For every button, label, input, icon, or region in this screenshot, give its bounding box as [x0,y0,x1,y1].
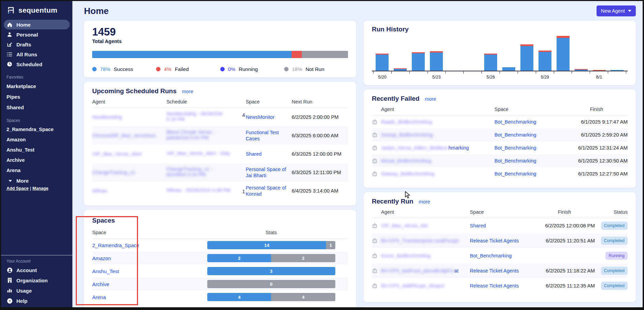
blurred-agent-name[interactable]: Mosat_BotBnchmrktng [381,158,431,164]
space-link[interactable]: Bot_Benchmarking [494,132,536,138]
blurred-agent-name[interactable]: VIP_Max_Versio_Alert [92,151,142,157]
space-cell: Release Ticket Agents [470,268,534,274]
agent-cell[interactable]: Nwsblockdrtg [92,114,166,120]
space-link[interactable]: Functional Test Cases [246,130,279,141]
space-link[interactable]: Bot_Benchmarking [494,119,536,125]
space-link[interactable]: Bot_Benchmarking [470,253,512,258]
new-agent-button[interactable]: New Agent [597,5,636,16]
sidebar-item-account[interactable]: Account [1,265,72,275]
status-badge: Completed [601,222,628,230]
run-row: BV-CPS_lastFssrt_pbcsdKrdpFcratRelease T… [372,263,628,278]
agent-cell[interactable]: ChangeTrackng_v1 [92,169,166,175]
axis-tick [391,71,409,74]
agent-cell[interactable]: Raadv_BotBnchmrktng [372,119,494,125]
blurred-agent-name[interactable]: Korse_BotBnchmrktng [381,253,431,258]
space-cell: Release Ticket Agents [470,238,534,244]
space-link[interactable]: Shared [470,223,486,228]
sequentum-logo-icon [6,6,15,15]
agent-cell[interactable]: BV-CPS_AddPbcqst_AKqsct [372,283,470,288]
space-link[interactable]: Bot_Benchmarking [494,145,536,151]
upcoming-more-link[interactable]: more [182,89,193,94]
space-link[interactable]: Personal Space of Jai Bharti [246,167,286,178]
space-cell: Functional Test Cases [246,129,292,142]
robot-icon [372,238,378,243]
space-link[interactable]: NewsMonitor [246,114,275,120]
sidebar-space-archive[interactable]: Archive [1,155,72,165]
space-stats-bar: 0 [207,280,335,288]
space-link[interactable]: Release Ticket Agents [470,268,519,273]
agent-cell[interactable]: VIP_Max_Versio_Alert [92,151,166,157]
blurred-agent-name[interactable]: Orangt_BotBnchmrktng [381,132,433,138]
blurred-agent-name[interactable]: Jaslyn_Hersa_Adbrn_BotBenc [381,145,448,151]
blurred-agent-name[interactable]: Chromed3P_Max_servchess [92,133,156,138]
legend-item-failed: 4%Failed [156,66,220,72]
sidebar-item-organization[interactable]: Organization [1,275,72,285]
stats-segment: 0 [207,280,335,288]
organization-icon [6,277,13,283]
sidebar-item-all-runs[interactable]: All Runs [4,50,70,59]
finish-time: 6/1/2025 12:27:50 AM [578,171,628,177]
space-link[interactable]: Amazon [92,255,207,261]
agent-cell[interactable]: Wfinas [92,188,166,194]
blurred-agent-name[interactable]: BV-CPS_Tmestamprise.sealPscqst [381,238,459,243]
sidebar-more-toggle[interactable]: More [1,175,72,185]
blurred-agent-name[interactable]: ChangeTrackng_v1 [92,170,135,175]
agent-cell[interactable]: BV-CPS_lastFssrt_pbcsdKrdpFcrat [372,268,470,273]
agent-cell[interactable]: BV-CPS_Tmestamprise.sealPscqst [372,238,470,243]
space-link[interactable]: Shared [246,151,262,157]
chart-bar-6/1 [593,70,606,71]
space-link[interactable]: Arena [92,294,207,300]
agent-cell[interactable]: Gatway_BotBnchmrktng [372,171,494,177]
space-link[interactable]: Personal Space of Konrad [246,185,286,197]
blurred-agent-name[interactable]: BV-CPS_AddPbcqst_AKqsct [381,283,444,288]
finish-time: 6/1/2025 9:17:47 AM [581,119,628,125]
blurred-agent-name[interactable]: VIP_Max_Versio_Alrt [381,223,428,228]
blurred-agent-name[interactable]: Nwsblockdrtg [92,114,122,120]
sidebar-space-anshu-test[interactable]: Anshu_Test [1,145,72,155]
sidebar: sequentum Home Personal Drafts All Runs [1,1,72,307]
sidebar-item-shared[interactable]: Shared [1,102,72,113]
failed-row: Mosat_BotBnchmrktngBot_Benchmarking6/1/2… [372,154,628,167]
sidebar-item-pipes[interactable]: Pipes [1,91,72,102]
space-link[interactable]: Bot_Benchmarking [494,158,536,164]
sidebar-item-home[interactable]: Home [4,20,70,29]
sidebar-item-drafts[interactable]: Drafts [4,40,70,49]
sidebar-item-usage[interactable]: Usage [1,285,72,296]
recently-run-more-link[interactable]: more [419,199,430,205]
agent-cell[interactable]: Mosat_BotBnchmrktng [372,158,494,164]
blurred-agent-name[interactable]: BV-CPS_lastFssrt_pbcsdKrdpFcr [381,268,454,273]
sidebar-item-help[interactable]: ? Help [1,296,72,306]
sidebar-item-scheduled[interactable]: Scheduled [4,59,70,69]
finish-cell: 6/1/2025 12:27:50 AM [565,171,628,177]
space-link[interactable]: Bot_Benchmarking [494,171,536,177]
chart-slot-5/20 [373,36,391,71]
upcoming-row: ChangeTrackng_v1ChangeTrackng_v1 - dchsf… [92,163,348,182]
chart-slot-5/31 [572,36,590,71]
sidebar-space-2-ramendra[interactable]: 2_Ramendra_Space [1,124,72,135]
space-cell: Bot_Benchmarking [494,132,565,138]
blurred-agent-name[interactable]: Wfinas [92,188,107,194]
sidebar-space-arena[interactable]: Arena [1,165,72,175]
upcoming-title: Upcoming Scheduled Runs [92,87,177,95]
agent-cell[interactable]: Jaslyn_Hersa_Adbrn_BotBenchmarking [372,145,494,151]
add-space-link[interactable]: Add Space [6,186,29,191]
space-link[interactable]: Release Ticket Agents [470,283,519,288]
space-link[interactable]: Release Ticket Agents [470,238,519,243]
legend-item-success: 78%Success [92,66,156,72]
sidebar-item-marketplace[interactable]: Marketplace [1,81,72,91]
space-link[interactable]: 2_Ramendra_Space [92,242,207,248]
sidebar-item-personal[interactable]: Personal [4,30,70,39]
agent-cell[interactable]: Korse_BotBnchmrktng [372,253,470,258]
space-link[interactable]: Anshu_Test [92,268,207,274]
upcoming-table-body: NwsblockdrtgNwsblockdrtg - 06/30/204 6:1… [92,108,348,200]
blurred-agent-name[interactable]: Gatway_BotBnchmrktng [381,171,434,177]
space-link[interactable]: Archive [92,281,207,287]
recently-failed-more-link[interactable]: more [425,96,436,102]
sidebar-space-amazon[interactable]: Amazon [1,135,72,145]
blurred-agent-name[interactable]: Raadv_BotBnchmrktng [381,119,432,125]
agent-cell[interactable]: Orangt_BotBnchmrktng [372,132,494,138]
bar-success-segment [520,46,533,71]
agent-cell[interactable]: Chromed3P_Max_servchess [92,132,166,139]
manage-spaces-link[interactable]: Manage [32,186,48,191]
agent-cell[interactable]: VIP_Max_Versio_Alrt [372,223,470,228]
